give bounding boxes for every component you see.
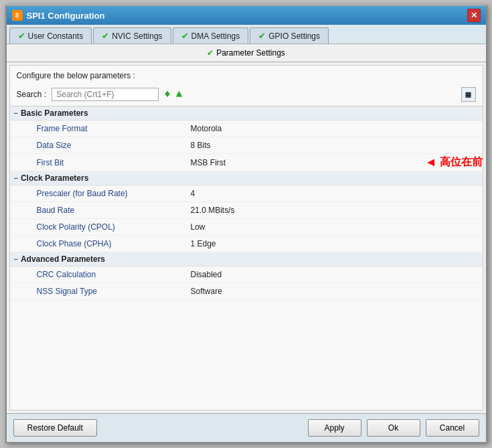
section-basic-label: Basic Parameters <box>21 108 88 118</box>
param-value-cpol: Low <box>184 220 483 234</box>
section-clock: − Clock Parameters <box>10 171 483 185</box>
param-name-crc: CRC Calculation <box>10 268 184 281</box>
param-value-first-bit: MSB First <box>184 156 425 169</box>
param-crc[interactable]: CRC Calculation Disabled <box>10 267 483 283</box>
param-name-cpol: Clock Polarity (CPOL) <box>10 220 184 234</box>
window-icon: S <box>12 10 23 21</box>
tab-check-gpio: ✔ <box>258 31 266 41</box>
section-advanced-label: Advanced Parameters <box>21 254 105 264</box>
params-table: − Basic Parameters Frame Format Motorola… <box>10 106 483 410</box>
tab-label-dma: DMA Settings <box>191 31 240 41</box>
param-name-baud-rate: Baud Rate <box>10 204 184 217</box>
collapse-basic-button[interactable]: − <box>14 109 18 117</box>
param-value-crc: Disabled <box>184 268 483 281</box>
grid-view-button[interactable]: ▦ <box>461 87 476 102</box>
tab-nvic-settings[interactable]: ✔ NVIC Settings <box>93 27 171 44</box>
window-title: SPI1 Configuration <box>27 11 105 21</box>
section-advanced: − Advanced Parameters <box>10 252 483 267</box>
param-name-prescaler: Prescaler (for Baud Rate) <box>10 187 184 200</box>
title-bar: S SPI1 Configuration ✕ <box>7 6 486 25</box>
tabs-row: ✔ User Constants ✔ NVIC Settings ✔ DMA S… <box>7 25 486 44</box>
param-value-frame-format: Motorola <box>184 122 483 135</box>
param-name-first-bit: First Bit <box>10 156 184 169</box>
param-name-frame-format: Frame Format <box>10 122 184 135</box>
search-row: Search : ♦ ▲ ▦ <box>10 84 483 106</box>
param-first-bit[interactable]: First Bit MSB First ◄ 高位在前 <box>10 154 483 171</box>
param-cpha[interactable]: Clock Phase (CPHA) 1 Edge <box>10 236 483 252</box>
tab-parameter-settings[interactable]: ✔ Parameter Settings <box>196 46 296 60</box>
cancel-button[interactable]: Cancel <box>426 419 479 437</box>
tab-label-gpio: GPIO Settings <box>268 31 320 41</box>
search-input[interactable] <box>52 88 159 101</box>
tab-check-user-constants: ✔ <box>18 31 25 41</box>
search-label: Search : <box>17 90 47 99</box>
collapse-clock-button[interactable]: − <box>14 174 18 182</box>
annotation-text: 高位在前 <box>440 155 483 169</box>
param-data-size[interactable]: Data Size 8 Bits <box>10 137 483 154</box>
param-value-baud-rate: 21.0 MBits/s <box>184 204 483 217</box>
param-value-data-size: 8 Bits <box>184 139 483 152</box>
apply-button[interactable]: Apply <box>308 419 361 437</box>
restore-default-button[interactable]: Restore Default <box>13 419 97 437</box>
param-tab-label: Parameter Settings <box>216 48 285 58</box>
main-window: S SPI1 Configuration ✕ ✔ User Constants … <box>5 5 487 443</box>
tab-check-nvic: ✔ <box>102 31 109 41</box>
param-name-data-size: Data Size <box>10 139 184 152</box>
param-name-nss: NSS Signal Type <box>10 285 184 298</box>
configure-text: Configure the below parameters : <box>10 66 483 84</box>
tab-label-nvic: NVIC Settings <box>112 31 162 41</box>
content-area: Configure the below parameters : Search … <box>9 65 483 410</box>
param-value-prescaler: 4 <box>184 187 483 200</box>
param-value-nss: Software <box>184 285 483 298</box>
tab-gpio-settings[interactable]: ✔ GPIO Settings <box>250 27 329 44</box>
title-bar-left: S SPI1 Configuration <box>12 10 105 21</box>
param-tab-check: ✔ <box>207 48 214 58</box>
param-nss[interactable]: NSS Signal Type Software <box>10 283 483 300</box>
bottom-bar: Restore Default Apply Ok Cancel <box>7 413 486 442</box>
tab-label-user-constants: User Constants <box>28 31 84 41</box>
param-baud-rate[interactable]: Baud Rate 21.0 MBits/s <box>10 202 483 219</box>
ok-button[interactable]: Ok <box>367 419 420 437</box>
annotation-arrow: ◄ <box>425 155 437 169</box>
param-prescaler[interactable]: Prescaler (for Baud Rate) 4 <box>10 185 483 202</box>
tab-user-constants[interactable]: ✔ User Constants <box>9 27 92 44</box>
section-clock-label: Clock Parameters <box>21 173 88 183</box>
tab-dma-settings[interactable]: ✔ DMA Settings <box>173 27 249 44</box>
param-tab-row: ✔ Parameter Settings <box>7 44 486 62</box>
tab-check-dma: ✔ <box>181 31 189 41</box>
search-next-button[interactable]: ♦ <box>164 88 171 100</box>
section-basic: − Basic Parameters <box>10 106 483 121</box>
param-value-cpha: 1 Edge <box>184 237 483 250</box>
close-button[interactable]: ✕ <box>467 9 481 22</box>
search-prev-button[interactable]: ▲ <box>176 88 183 100</box>
grid-icon: ▦ <box>466 89 471 100</box>
collapse-advanced-button[interactable]: − <box>14 255 18 263</box>
param-name-cpha: Clock Phase (CPHA) <box>10 237 184 250</box>
param-cpol[interactable]: Clock Polarity (CPOL) Low <box>10 219 483 236</box>
param-frame-format[interactable]: Frame Format Motorola <box>10 121 483 137</box>
